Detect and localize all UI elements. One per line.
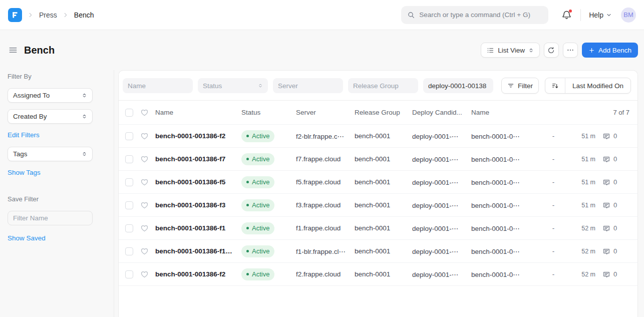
row-checkbox[interactable] [125,201,133,209]
bench-name-link[interactable]: bench-0001-001386-f3 [155,201,234,209]
col-header-status[interactable]: Status [241,109,289,116]
breadcrumb-press[interactable]: Press [39,11,57,19]
bench-name-link[interactable]: bench-0001-001386-f2 [155,132,234,140]
bench-name-link[interactable]: bench-0001-001386-f7 [155,155,234,163]
server-filter-input[interactable] [278,82,338,90]
sort-field-button[interactable]: Last Modified On [565,78,630,93]
col-header-name[interactable]: Name [155,109,234,116]
table-row[interactable]: bench-0001-001386-f2 Active f2.frappe.cl… [119,262,637,285]
comments-cell[interactable]: 0 [602,132,629,140]
deploy-candidate-filter[interactable] [423,78,493,93]
show-saved-link[interactable]: Show Saved [8,234,46,242]
col-header-name2[interactable]: Name [471,109,540,116]
show-tags-link[interactable]: Show Tags [8,169,41,176]
release-group-filter-input[interactable] [353,82,413,90]
comment-icon [602,247,610,255]
favorite-heart-icon[interactable] [140,132,149,140]
table-row[interactable]: bench-0001-001386-f3 Active f3.frappe.cl… [119,193,637,216]
server-filter[interactable] [273,78,343,93]
filter-icon [507,82,514,89]
name2-cell: bench-0001-0⋯ [471,178,540,186]
modified-cell: 52 m [566,248,595,255]
sort-icon [551,82,559,90]
deploy-candidate-filter-input[interactable] [428,82,488,90]
comments-cell[interactable]: 0 [602,270,629,278]
row-checkbox[interactable] [125,178,133,186]
status-badge: Active [241,199,274,211]
row-checkbox[interactable] [125,224,133,232]
bench-name-link[interactable]: bench-0001-001386-f1 [155,224,234,232]
help-menu[interactable]: Help [589,11,612,19]
modified-cell: 52 m [566,225,595,232]
refresh-button[interactable] [544,43,559,58]
name-filter[interactable] [123,78,193,93]
filter-name-input[interactable] [8,211,93,225]
created-by-label: Created By [13,113,47,120]
server-cell: f1.frappe.cloud [296,224,348,232]
table-row[interactable]: bench-0001-001386-f7 Active f7.frappe.cl… [119,147,637,170]
more-options-button[interactable] [563,43,578,58]
release-group-cell: bench-0001 [355,270,405,278]
col-header-release-group[interactable]: Release Group [355,109,405,116]
chevron-up-down-icon [528,48,534,53]
filter-sidebar: Filter By Assigned To Created By Edit Fi… [0,70,114,317]
table-row[interactable]: bench-0001-001386-f1 Active f1.frappe.cl… [119,216,637,239]
table-row[interactable]: bench-0001-001386-f2 Active f2-blr.frapp… [119,124,637,147]
edit-filters-link[interactable]: Edit Filters [8,131,40,139]
filter-button[interactable]: Filter [501,78,539,94]
comments-cell[interactable]: 0 [602,247,629,255]
view-switcher-button[interactable]: List View [481,43,540,58]
row-checkbox[interactable] [125,132,133,140]
status-filter-label: Status [203,82,258,90]
favorite-heart-icon[interactable] [140,247,149,255]
tags-select[interactable]: Tags [8,147,93,161]
comments-cell[interactable]: 0 [602,201,629,209]
favorite-heart-icon[interactable] [140,224,149,232]
favorite-heart-icon[interactable] [140,270,149,278]
sort-direction-button[interactable] [545,78,565,93]
chevron-up-down-icon [82,114,87,119]
add-bench-label: Add Bench [598,47,631,54]
sort-control[interactable]: Last Modified On [545,78,631,94]
comment-count: 0 [613,224,617,232]
global-search[interactable] [401,6,548,24]
frappe-logo-icon[interactable] [8,8,22,22]
name-filter-input[interactable] [128,82,188,90]
comments-cell[interactable]: 0 [602,155,629,163]
row-checkbox[interactable] [125,247,133,255]
created-by-select[interactable]: Created By [8,109,93,124]
favorite-heart-icon[interactable] [140,201,149,209]
table-row[interactable]: bench-0001-001386-f5 Active f5.frappe.cl… [119,170,637,193]
notifications-button[interactable] [561,10,572,21]
user-avatar[interactable]: BM [621,8,636,23]
col-header-server[interactable]: Server [296,109,348,116]
bench-name-link[interactable]: bench-0001-001386-f5 [155,178,234,186]
search-input[interactable] [419,11,542,19]
bench-name-link[interactable]: bench-0001-001386-f2 [155,270,234,278]
breadcrumb-bench[interactable]: Bench [74,11,94,19]
release-group-filter[interactable] [348,78,418,93]
table-header-row: Name Status Server Release Group Deploy … [119,101,637,124]
col-header-deploy-candidate[interactable]: Deploy Candid... [412,109,464,116]
comment-count: 0 [613,270,617,278]
select-all-checkbox[interactable] [125,109,133,117]
comments-cell[interactable]: 0 [602,224,629,232]
sidebar-toggle-button[interactable] [8,45,18,55]
release-group-cell: bench-0001 [355,201,405,209]
status-dot-icon [246,181,249,183]
release-group-cell: bench-0001 [355,155,405,163]
modified-cell: 51 m [566,202,595,209]
bench-name-link[interactable]: bench-0001-001386-f1-blr [155,247,234,255]
deploy-candidate-cell: deploy-0001-⋯ [412,178,464,186]
table-row[interactable]: bench-0001-001386-f1-blr Active f1-blr.f… [119,239,637,262]
deploy-candidate-cell: deploy-0001-⋯ [412,224,464,232]
status-filter[interactable]: Status [198,78,268,93]
favorite-heart-icon[interactable] [140,178,149,186]
comments-cell[interactable]: 0 [602,178,629,186]
assigned-to-select[interactable]: Assigned To [8,88,93,103]
add-bench-button[interactable]: Add Bench [582,43,638,58]
row-checkbox[interactable] [125,155,133,163]
status-label: Active [252,201,269,209]
favorite-heart-icon[interactable] [140,155,149,163]
row-checkbox[interactable] [125,270,133,278]
